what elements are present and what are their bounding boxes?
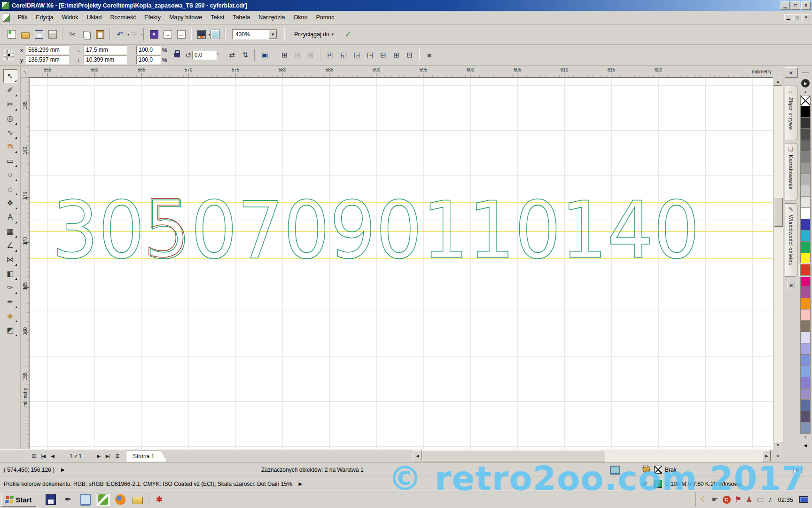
scroll-up-button[interactable]: ▲ — [773, 78, 782, 86]
palette-scroll-down-button[interactable]: ▼ — [800, 434, 811, 440]
quicklaunch-folder-icon[interactable] — [131, 493, 145, 506]
weld-button[interactable]: ◰ — [324, 49, 336, 61]
pick-tool[interactable]: ↖ — [3, 69, 17, 83]
crop-tool[interactable]: ✂ — [3, 97, 17, 111]
cut-button[interactable]: ✂ — [66, 28, 79, 41]
trim-button[interactable]: ◱ — [337, 49, 350, 61]
options-button[interactable]: ✓ — [342, 28, 354, 41]
color-swatch-1ea85e[interactable] — [800, 242, 811, 253]
quicklaunch-floppy-icon[interactable] — [44, 493, 58, 506]
create-boundary-button[interactable]: ⊡ — [403, 49, 415, 61]
dial-numbers-artwork[interactable]: 30507090110140 5 — [30, 78, 773, 450]
scroll-down-button[interactable]: ▼ — [773, 441, 782, 449]
page-tab-strona-1[interactable]: Strona 1 — [126, 451, 167, 462]
quicklaunch-splash-icon[interactable]: ✱ — [152, 493, 166, 506]
color-swatch-4d4d4d[interactable] — [800, 129, 811, 140]
color-swatch-333333[interactable] — [800, 118, 811, 129]
palette-drag-handle[interactable] — [799, 67, 812, 78]
last-page-button[interactable]: ▶| — [103, 451, 113, 461]
simplify-button[interactable]: ◳ — [364, 49, 376, 61]
rectangle-tool[interactable]: ▭ — [3, 154, 17, 167]
blend-tool[interactable]: ◧ — [3, 267, 17, 280]
color-swatch-857566[interactable] — [800, 321, 811, 332]
child-restore-button[interactable]: □ — [793, 14, 801, 21]
tray-hand-icon[interactable]: ☛ — [711, 496, 718, 503]
color-swatch-a8a5e2[interactable] — [800, 343, 811, 355]
menu-narz-dzia[interactable]: Narzędzia — [254, 12, 289, 23]
dropdown-arrow-icon[interactable]: ▾ — [141, 32, 143, 37]
object-width-field[interactable]: 17,5 mm — [84, 46, 127, 55]
color-swatch-dcdbf1[interactable] — [800, 332, 811, 343]
menu-mapy-bitowe[interactable]: Mapy bitowe — [165, 12, 206, 23]
undo-button[interactable]: ↶▾ — [114, 28, 126, 41]
back-minus-front-button[interactable]: ⊞ — [390, 49, 402, 61]
horizontal-ruler[interactable]: milimetry 555560565570575580585590595600… — [29, 66, 773, 78]
color-swatch-ef9213[interactable] — [800, 298, 811, 310]
smart-fill-tool[interactable]: ⧉ — [3, 140, 17, 153]
corel-connect-button[interactable] — [209, 28, 221, 41]
quicklaunch-firefox-icon[interactable] — [113, 493, 127, 506]
shape-tool[interactable]: ✐ — [3, 83, 17, 97]
scale-horizontal-field[interactable]: 100,0 — [136, 46, 161, 55]
first-page-button[interactable]: |◀ — [39, 451, 48, 461]
color-eyedropper-tool[interactable]: ✑ — [3, 281, 17, 294]
color-swatch-666666[interactable] — [800, 140, 811, 151]
start-button[interactable]: Start — [1, 493, 36, 507]
y-position-field[interactable]: 136,537 mm — [26, 56, 69, 64]
menu-okno[interactable]: Okno — [289, 12, 312, 23]
color-swatch-b3b3b3[interactable] — [800, 174, 811, 185]
docker-tab-object-properties[interactable]: ✎Właściwości obiektu — [785, 203, 797, 277]
menu-tekst[interactable]: Tekst — [206, 12, 228, 23]
ruler-origin-button[interactable]: ↘ — [21, 66, 29, 78]
color-swatch-808080[interactable] — [800, 151, 811, 163]
basic-shapes-tool[interactable]: ❖ — [3, 196, 17, 210]
add-page-after-button[interactable]: ⊞ — [113, 451, 122, 461]
collapse-dockers-button[interactable]: « — [785, 67, 798, 78]
drawing-canvas[interactable]: 30507090110140 5 — [29, 78, 773, 449]
color-swatch-cccccc[interactable] — [800, 185, 811, 197]
connector-tool[interactable]: ⋈ — [3, 253, 17, 266]
color-swatch-dd3a26[interactable] — [800, 264, 811, 276]
minimize-button[interactable]: ▁ — [781, 1, 790, 10]
mirror-horizontal-button[interactable]: ⇄ — [226, 49, 238, 61]
scale-vertical-field[interactable]: 100,0 — [136, 56, 161, 64]
previous-page-button[interactable]: ◀ — [48, 451, 57, 461]
x-position-field[interactable]: 568,299 mm — [26, 46, 69, 55]
mirror-vertical-button[interactable]: ⇅ — [239, 49, 251, 61]
tray-flag-icon[interactable]: ⚑ — [735, 496, 742, 503]
menu-widok[interactable]: Widok — [58, 12, 83, 23]
combine-button[interactable]: ▣ — [258, 49, 271, 61]
print-button[interactable] — [46, 28, 59, 41]
docker-close-button[interactable]: ✕ — [787, 282, 795, 289]
pan-corner-button[interactable]: ⌖ — [773, 449, 783, 462]
export-button[interactable]: → — [175, 28, 187, 41]
quicklaunch-coreldraw-icon[interactable] — [96, 493, 110, 506]
color-swatch-7d92d8[interactable] — [800, 355, 811, 366]
color-swatch-000000[interactable] — [800, 106, 811, 118]
tray-ccleaner-icon[interactable]: C — [723, 496, 731, 504]
color-swatch-a55097[interactable] — [800, 287, 811, 298]
polygon-tool[interactable]: ⌂ — [3, 182, 17, 196]
menu-tabela[interactable]: Tabela — [228, 12, 254, 23]
tray-ruler-icon[interactable]: ▭ — [757, 496, 764, 503]
lock-ratio-button[interactable] — [174, 53, 180, 57]
align-distribute-button[interactable]: ≡ — [423, 49, 435, 61]
rotation-angle-field[interactable]: 0,0 — [192, 51, 217, 60]
color-swatch-3a3aad[interactable] — [800, 219, 811, 230]
palette-flyout-button[interactable]: ▶ — [801, 79, 810, 87]
text-tool[interactable]: A — [3, 210, 17, 224]
child-close-button[interactable]: × — [802, 14, 810, 21]
import-button[interactable]: → — [161, 28, 174, 41]
color-swatch-8a7ed0[interactable] — [800, 377, 811, 389]
save-button[interactable] — [32, 28, 45, 41]
color-swatch-none[interactable] — [800, 95, 811, 106]
front-minus-back-button[interactable]: ⊟ — [377, 49, 389, 61]
zoom-level-combobox[interactable]: 430%▼ — [232, 29, 277, 40]
next-page-button[interactable]: ▶ — [94, 451, 103, 461]
child-minimize-button[interactable]: ▁ — [784, 14, 792, 21]
menu-efekty[interactable]: Efekty — [140, 12, 165, 23]
outline-pen-tool[interactable]: ✒ — [3, 295, 17, 309]
add-page-before-button[interactable]: ⊞ — [29, 451, 39, 461]
menu-plik[interactable]: Plik — [14, 12, 31, 23]
docker-tab-shaping[interactable]: ❏Kształtowanie — [785, 143, 797, 200]
